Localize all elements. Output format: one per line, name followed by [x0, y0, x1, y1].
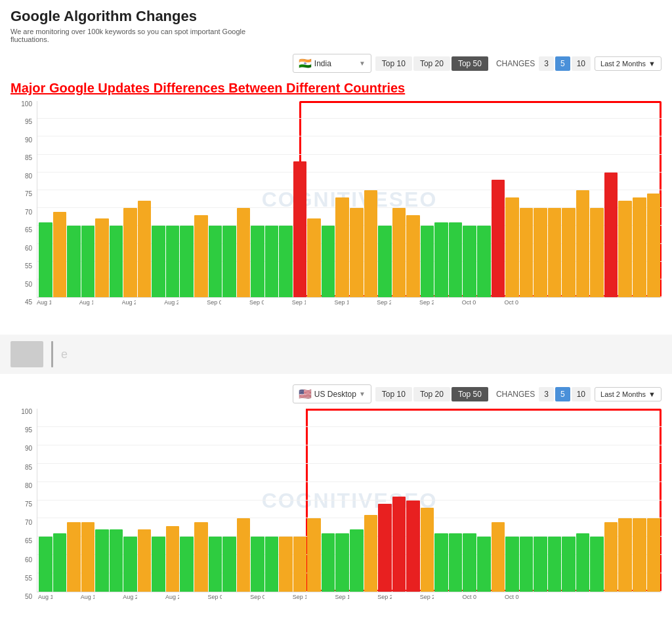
changes-nums-2: 3 5 10: [539, 387, 591, 401]
bar: [222, 226, 236, 297]
x-label: [278, 299, 292, 306]
bars-chart-2: [37, 409, 662, 592]
bar: [39, 537, 52, 592]
x-label: Sep 27: [420, 594, 434, 600]
bar: [335, 197, 349, 297]
tab-top10-2[interactable]: Top 10: [375, 387, 412, 401]
x-label: Oct 07: [505, 299, 519, 306]
x-label: [547, 299, 561, 306]
bar: [647, 518, 661, 592]
x-label: [136, 299, 150, 306]
x-label: [392, 594, 406, 600]
last-months-2[interactable]: Last 2 Months ▼: [595, 387, 662, 401]
tab-top20-2[interactable]: Top 20: [413, 387, 450, 401]
bar: [67, 522, 81, 592]
bar: [647, 194, 661, 297]
changes-label-1: CHANGES: [496, 59, 535, 68]
chart-main-title: Major Google Updates Differences Between…: [10, 81, 662, 96]
bar: [138, 529, 152, 592]
us-flag-icon: 🇺🇸: [299, 388, 312, 400]
bar: [406, 501, 420, 592]
chart-2-container: 100 95 90 85 80 75 70 65 60 55 50 COGNIT…: [10, 409, 662, 613]
x-label: [51, 299, 66, 306]
bar: [180, 226, 194, 297]
y-axis-1: 100 95 90 85 80 75 70 65 60 55 50 45: [10, 101, 35, 306]
changes-nums-1: 3 5 10: [539, 56, 591, 71]
tab-top50-1[interactable]: Top 50: [452, 56, 488, 71]
num-3-1[interactable]: 3: [539, 56, 554, 71]
tab-top10-1[interactable]: Top 10: [375, 56, 412, 71]
divider-line: [51, 341, 53, 367]
x-labels-1: Aug 13Aug 18Aug 23Aug 28Sep 02Sep 07Sep …: [37, 299, 662, 306]
x-label: Oct 02: [462, 299, 476, 306]
x-label: [193, 299, 207, 306]
num-10-2[interactable]: 10: [572, 387, 591, 401]
x-label: [151, 594, 165, 600]
x-label: [348, 299, 363, 306]
bar: [463, 226, 476, 297]
tab-group-1: Top 10 Top 20 Top 50: [375, 56, 488, 71]
num-5-1[interactable]: 5: [555, 56, 570, 71]
x-label: [476, 594, 491, 600]
x-label: [561, 594, 576, 600]
controls-bar-2: 🇺🇸 US Desktop ▼ Top 10 Top 20 Top 50 CHA…: [10, 379, 662, 409]
num-5-2[interactable]: 5: [555, 387, 570, 401]
bar: [534, 537, 547, 592]
india-flag-icon: 🇮🇳: [299, 57, 312, 70]
bar: [39, 222, 52, 297]
x-label: [448, 299, 462, 306]
x-label: Aug 13: [37, 299, 51, 306]
x-label: [589, 299, 604, 306]
bar: [194, 215, 208, 297]
tab-top50-2[interactable]: Top 50: [452, 387, 488, 401]
bar: [350, 529, 364, 592]
country-select-1[interactable]: 🇮🇳 India ▼: [293, 54, 371, 73]
dropdown-arrow-time2: ▼: [648, 390, 656, 398]
section-1: 🇮🇳 India ▼ Top 10 Top 20 Top 50 CHANGES …: [0, 49, 672, 329]
tab-top20-1[interactable]: Top 20: [413, 56, 450, 71]
x-label: Sep 17: [334, 299, 348, 306]
x-label: Oct 07: [505, 594, 519, 600]
num-10-1[interactable]: 10: [572, 56, 591, 71]
x-label: [179, 594, 194, 600]
last-months-1[interactable]: Last 2 Months ▼: [595, 56, 662, 71]
x-label: [264, 299, 278, 306]
x-label: [349, 594, 364, 600]
bar: [166, 526, 180, 592]
bar: [534, 208, 547, 297]
x-label: Aug 18: [81, 594, 95, 600]
bar: [618, 201, 632, 297]
bar: [81, 226, 95, 297]
bar: [633, 197, 646, 297]
bar: [434, 222, 448, 297]
x-label: Sep 07: [249, 299, 264, 306]
x-label: [632, 299, 646, 306]
x-label: Aug 28: [165, 594, 180, 600]
country-select-2[interactable]: 🇺🇸 US Desktop ▼: [293, 384, 371, 403]
bar: [180, 537, 194, 592]
x-label: [321, 594, 335, 600]
bar: [548, 537, 562, 592]
bar: [81, 522, 95, 592]
x-label: [448, 594, 463, 600]
x-label: Sep 22: [377, 299, 391, 306]
bar: [477, 226, 491, 297]
x-label: [547, 594, 562, 600]
controls-bar-1: 🇮🇳 India ▼ Top 10 Top 20 Top 50 CHANGES …: [10, 49, 662, 78]
x-label: Sep 17: [335, 594, 349, 600]
x-label: [646, 299, 661, 306]
x-label: [518, 299, 533, 306]
x-label: [576, 299, 590, 306]
x-label: [222, 594, 236, 600]
x-label: [434, 299, 448, 306]
bar: [279, 226, 293, 297]
bar: [392, 208, 406, 297]
num-3-2[interactable]: 3: [539, 387, 554, 401]
x-label: [364, 594, 378, 600]
bar: [123, 208, 137, 297]
bar: [237, 518, 251, 592]
x-label: [618, 299, 632, 306]
bar: [618, 518, 632, 592]
bar: [477, 537, 491, 592]
bar: [322, 226, 335, 297]
